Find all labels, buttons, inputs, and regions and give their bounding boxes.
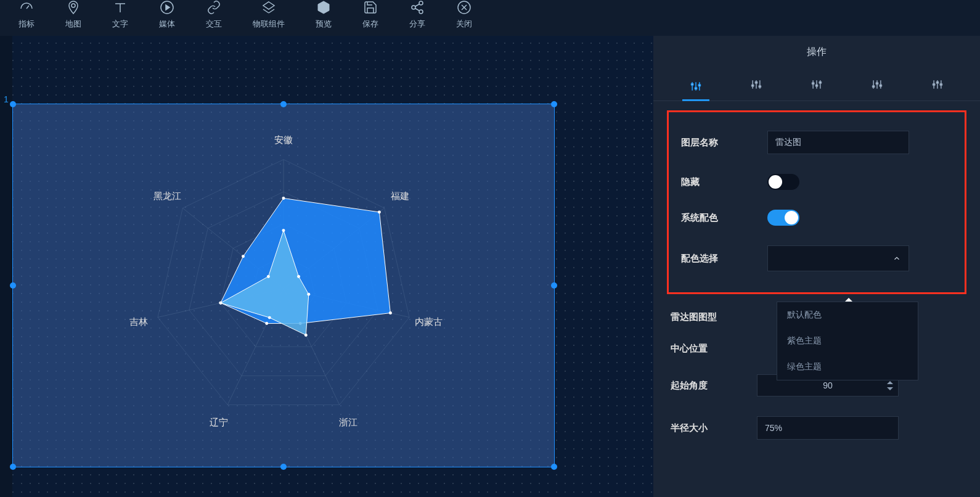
canvas-object-label: 1 bbox=[4, 94, 9, 104]
toolbar-media[interactable]: 媒体 bbox=[159, 0, 175, 30]
toolbar-text[interactable]: 文字 bbox=[112, 0, 128, 30]
close-icon bbox=[457, 0, 472, 15]
svg-point-37 bbox=[307, 293, 310, 296]
settings-tab-2[interactable] bbox=[743, 73, 770, 96]
radar-axis-label: 黑龙江 bbox=[153, 190, 181, 202]
system-color-row: 系统配色 bbox=[681, 200, 952, 236]
toolbar-share[interactable]: 分享 bbox=[409, 0, 425, 30]
play-icon bbox=[160, 0, 174, 15]
toolbar-label: 预览 bbox=[316, 18, 332, 30]
share-icon bbox=[410, 0, 425, 15]
radius-row: 半径大小 bbox=[671, 406, 963, 450]
toolbar-preview[interactable]: 预览 bbox=[316, 0, 332, 30]
center-pos-label: 中心位置 bbox=[671, 343, 745, 355]
start-angle-label: 起始角度 bbox=[671, 380, 745, 392]
svg-point-33 bbox=[242, 255, 245, 258]
radar-axis-label: 浙江 bbox=[339, 417, 357, 429]
toolbar-iot[interactable]: 物联组件 bbox=[253, 0, 285, 30]
svg-line-6 bbox=[269, 9, 274, 13]
svg-line-5 bbox=[263, 9, 269, 13]
color-select-dropdown[interactable] bbox=[767, 245, 909, 271]
toolbar-label: 物联组件 bbox=[253, 18, 285, 30]
color-option-default[interactable]: 默认配色 bbox=[777, 302, 918, 328]
svg-point-31 bbox=[265, 322, 268, 325]
svg-point-8 bbox=[412, 6, 415, 9]
settings-tab-5[interactable] bbox=[924, 73, 951, 96]
canvas-area[interactable]: 1 安徽福建内蒙古浙江辽宁吉林黑龙江 bbox=[0, 36, 653, 497]
svg-line-11 bbox=[415, 9, 420, 11]
svg-point-51 bbox=[752, 84, 754, 86]
radius-input[interactable] bbox=[757, 416, 899, 440]
toolbar-label: 关闭 bbox=[456, 18, 472, 30]
iot-icon bbox=[261, 0, 276, 15]
svg-point-46 bbox=[695, 88, 696, 89]
svg-point-64 bbox=[876, 83, 878, 84]
svg-point-1 bbox=[71, 4, 75, 7]
hidden-row: 隐藏 bbox=[681, 164, 952, 200]
toolbar-close[interactable]: 关闭 bbox=[456, 0, 472, 30]
radar-axis-label: 福建 bbox=[391, 190, 409, 202]
radar-chart-selection[interactable]: 安徽福建内蒙古浙江辽宁吉林黑龙江 bbox=[12, 104, 555, 467]
svg-line-10 bbox=[415, 4, 420, 7]
svg-point-38 bbox=[304, 334, 308, 337]
map-pin-icon bbox=[66, 0, 81, 15]
toolbar-label: 媒体 bbox=[159, 18, 175, 30]
color-dropdown-menu: 默认配色 紫色主题 绿色主题 bbox=[777, 302, 918, 380]
svg-point-39 bbox=[268, 316, 271, 319]
svg-point-65 bbox=[880, 84, 881, 86]
svg-point-29 bbox=[389, 311, 392, 314]
radar-axis-label: 辽宁 bbox=[210, 417, 228, 429]
settings-tab-3[interactable] bbox=[803, 73, 830, 96]
toolbar-map[interactable]: 地图 bbox=[65, 0, 81, 30]
svg-point-41 bbox=[267, 275, 270, 278]
radar-axis-label: 内蒙古 bbox=[415, 316, 443, 327]
toolbar-label: 分享 bbox=[409, 18, 425, 30]
angle-increment[interactable] bbox=[886, 380, 894, 385]
save-icon bbox=[363, 0, 378, 15]
start-angle-value: 90 bbox=[757, 380, 898, 390]
svg-point-52 bbox=[755, 81, 757, 83]
svg-marker-3 bbox=[166, 5, 169, 10]
radar-axis-label: 吉林 bbox=[129, 316, 148, 327]
svg-point-45 bbox=[692, 83, 693, 85]
svg-point-27 bbox=[282, 197, 285, 200]
svg-point-35 bbox=[282, 229, 285, 232]
text-icon bbox=[113, 0, 128, 15]
svg-point-7 bbox=[419, 1, 423, 5]
system-color-toggle[interactable] bbox=[767, 210, 799, 226]
toolbar-label: 保存 bbox=[362, 18, 378, 30]
toolbar-indicator[interactable]: 指标 bbox=[18, 0, 35, 30]
svg-point-58 bbox=[815, 84, 817, 86]
svg-point-9 bbox=[419, 10, 423, 14]
toolbar-label: 文字 bbox=[112, 18, 128, 30]
toolbar-save[interactable]: 保存 bbox=[362, 0, 378, 30]
angle-decrement[interactable] bbox=[886, 386, 894, 391]
highlighted-properties: 图层名称 隐藏 系统配色 配色选择 bbox=[667, 110, 966, 294]
svg-line-0 bbox=[27, 6, 29, 9]
svg-point-36 bbox=[297, 275, 300, 278]
link-icon bbox=[206, 0, 221, 15]
settings-tab-4[interactable] bbox=[864, 73, 891, 96]
properties-panel: 操作 图层名称 隐藏 系统配色 配色选择 bbox=[653, 36, 980, 497]
cube-icon bbox=[316, 0, 331, 15]
settings-tab-1[interactable] bbox=[682, 73, 709, 101]
panel-title: 操作 bbox=[653, 36, 980, 68]
toolbar-interact[interactable]: 交互 bbox=[206, 0, 222, 30]
svg-point-57 bbox=[812, 83, 814, 84]
svg-point-69 bbox=[933, 83, 935, 85]
radar-type-label: 雷达图图型 bbox=[671, 311, 745, 323]
color-select-row: 配色选择 bbox=[681, 236, 952, 281]
radar-axis-label: 安徽 bbox=[274, 134, 293, 146]
layer-name-input[interactable] bbox=[767, 131, 909, 154]
hidden-toggle[interactable] bbox=[767, 174, 799, 190]
hidden-label: 隐藏 bbox=[681, 176, 755, 188]
svg-point-63 bbox=[873, 86, 875, 88]
svg-point-70 bbox=[936, 81, 938, 83]
svg-point-40 bbox=[219, 302, 222, 305]
color-option-green[interactable]: 绿色主题 bbox=[777, 354, 918, 380]
layer-name-label: 图层名称 bbox=[681, 137, 755, 149]
toolbar-label: 地图 bbox=[65, 18, 81, 30]
color-option-purple[interactable]: 紫色主题 bbox=[777, 328, 918, 354]
toolbar-label: 指标 bbox=[18, 18, 35, 30]
panel-body: 图层名称 隐藏 系统配色 配色选择 默认配色 紫色主题 bbox=[653, 101, 980, 497]
